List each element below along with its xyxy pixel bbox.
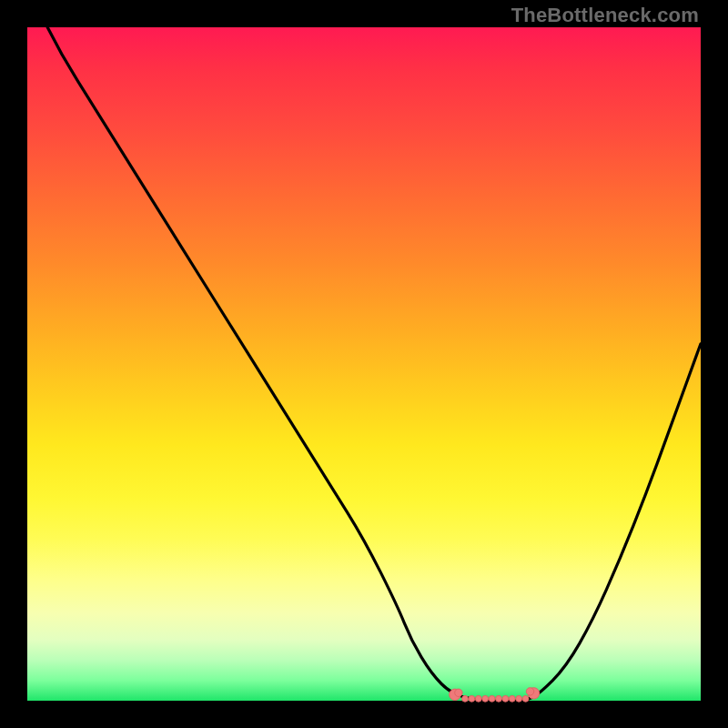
flat-run-dot xyxy=(522,695,529,702)
flat-run-dot xyxy=(482,695,489,702)
marker-left-2 xyxy=(455,689,462,696)
chart-frame: TheBottleneck.com xyxy=(0,0,728,728)
bottleneck-curve-path xyxy=(47,27,701,701)
flat-run-dot xyxy=(502,695,509,702)
marker-right-2 xyxy=(526,688,533,695)
flat-run-dot xyxy=(496,695,502,702)
curve-overlay xyxy=(27,27,701,701)
flat-run-dot xyxy=(516,695,522,702)
curve-group xyxy=(47,27,701,701)
flat-run-dot xyxy=(509,695,515,702)
flat-run-dot xyxy=(489,695,495,702)
flat-run-dot xyxy=(475,695,481,702)
flat-run-dot xyxy=(469,695,475,702)
marker-group xyxy=(450,688,540,702)
flat-run-dot xyxy=(462,695,469,702)
watermark-text: TheBottleneck.com xyxy=(511,4,699,27)
